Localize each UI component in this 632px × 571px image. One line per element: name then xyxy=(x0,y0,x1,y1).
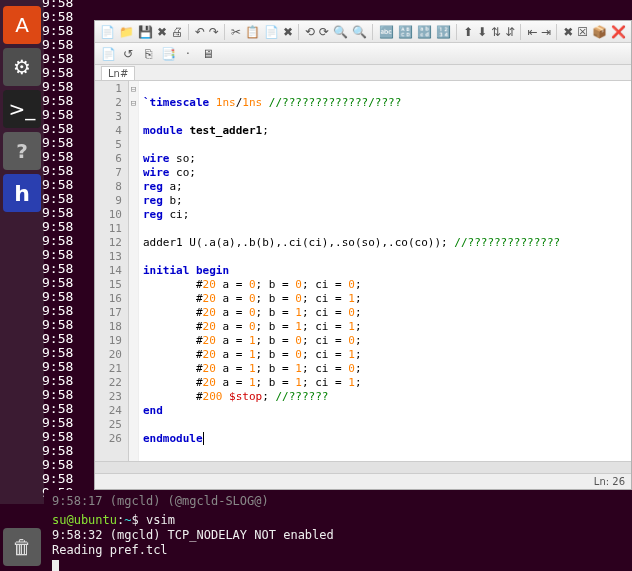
code-line[interactable]: #20 a = 0; b = 1; ci = 1; xyxy=(143,320,631,334)
code-line[interactable]: reg ci; xyxy=(143,208,631,222)
toolbar-button[interactable]: ⎘ xyxy=(139,45,157,63)
code-line[interactable] xyxy=(143,250,631,264)
code-line[interactable]: #200 $stop; //?????? xyxy=(143,390,631,404)
code-line[interactable]: `timescale 1ns/1ns //?????????????/???? xyxy=(143,96,631,110)
sub-toolbar: 📄↺⎘📑·🖥 xyxy=(95,43,631,65)
toolbar-button[interactable]: ↶ xyxy=(194,23,206,41)
fold-column: ⊟ ⊟ xyxy=(129,81,139,461)
toolbar-button[interactable]: 💾 xyxy=(137,23,154,41)
software-center-icon[interactable]: A xyxy=(3,6,41,44)
editor-statusbar: Ln: 26 xyxy=(95,473,631,489)
code-line[interactable]: #20 a = 0; b = 1; ci = 0; xyxy=(143,306,631,320)
code-line[interactable]: #20 a = 1; b = 0; ci = 1; xyxy=(143,348,631,362)
toolbar-button[interactable]: ⟲ xyxy=(304,23,316,41)
terminal-user: su@ubuntu xyxy=(52,513,117,527)
terminal-prompt-line: su@ubuntu:~$ vsim xyxy=(52,513,624,528)
editor-body: 1 2 3 4 5 6 7 8 9 10 11 12 13 14 15 16 1… xyxy=(95,81,631,461)
toolbar-separator xyxy=(224,24,226,40)
code-line[interactable]: reg a; xyxy=(143,180,631,194)
toolbar-button[interactable]: ↷ xyxy=(208,23,220,41)
toolbar-button[interactable]: ⇅ xyxy=(490,23,502,41)
help-icon[interactable]: ? xyxy=(3,132,41,170)
terminal-cursor-icon xyxy=(52,560,59,571)
code-line[interactable] xyxy=(143,110,631,124)
toolbar-button[interactable]: 🖥 xyxy=(199,45,217,63)
toolbar-button[interactable]: 🖨 xyxy=(170,23,184,41)
toolbar-button[interactable]: 📋 xyxy=(244,23,261,41)
status-line-col: Ln: 26 xyxy=(594,476,625,487)
toolbar-button[interactable]: 🔡 xyxy=(416,23,433,41)
code-line[interactable]: #20 a = 0; b = 0; ci = 1; xyxy=(143,292,631,306)
main-toolbar: 📄📁💾✖🖨↶↷✂📋📄✖⟲⟳🔍🔍🔤🔠🔡🔢⬆⬇⇅⇵⇤⇥✖☒📦❌ xyxy=(95,21,631,43)
toolbar-button[interactable]: 📑 xyxy=(159,45,177,63)
toolbar-button[interactable]: ✂ xyxy=(230,23,242,41)
clock-strip: 9:58 9:58 9:58 9:58 9:58 9:58 9:58 9:58 … xyxy=(42,0,94,500)
code-line[interactable] xyxy=(143,418,631,432)
tab-line-number[interactable]: Ln# xyxy=(101,66,135,80)
toolbar-button[interactable]: 🔢 xyxy=(435,23,452,41)
terminal-path: ~ xyxy=(124,513,131,527)
editor-app-icon[interactable]: h xyxy=(3,174,41,212)
terminal-output-line: Reading pref.tcl xyxy=(52,543,624,558)
code-line[interactable]: endmodule xyxy=(143,432,631,446)
launcher: A⚙>_?h xyxy=(0,0,44,504)
toolbar-button[interactable]: ✖ xyxy=(282,23,294,41)
toolbar-separator xyxy=(556,24,558,40)
toolbar-separator xyxy=(298,24,300,40)
toolbar-button[interactable]: 🔤 xyxy=(378,23,395,41)
code-line[interactable]: #20 a = 1; b = 1; ci = 0; xyxy=(143,362,631,376)
code-line[interactable]: module test_adder1; xyxy=(143,124,631,138)
code-line[interactable]: reg b; xyxy=(143,194,631,208)
toolbar-button[interactable]: ❌ xyxy=(610,23,627,41)
toolbar-button[interactable]: ⬇ xyxy=(476,23,488,41)
terminal-cursor-line xyxy=(52,558,624,571)
toolbar-button[interactable]: ✖ xyxy=(562,23,574,41)
editor-window: 📄📁💾✖🖨↶↷✂📋📄✖⟲⟳🔍🔍🔤🔠🔡🔢⬆⬇⇅⇵⇤⇥✖☒📦❌ 📄↺⎘📑·🖥 Ln#… xyxy=(94,20,632,490)
toolbar-separator xyxy=(372,24,374,40)
toolbar-button[interactable]: 🔍 xyxy=(332,23,349,41)
horizontal-scrollbar[interactable] xyxy=(95,461,631,473)
toolbar-button[interactable]: ✖ xyxy=(156,23,168,41)
code-line[interactable] xyxy=(143,82,631,96)
toolbar-button[interactable]: 📄 xyxy=(99,23,116,41)
code-line[interactable]: wire co; xyxy=(143,166,631,180)
code-line[interactable] xyxy=(143,138,631,152)
toolbar-separator xyxy=(456,24,458,40)
code-line[interactable] xyxy=(143,222,631,236)
toolbar-button[interactable]: ⇵ xyxy=(504,23,516,41)
toolbar-button[interactable]: · xyxy=(179,45,197,63)
terminal-command: vsim xyxy=(146,513,175,527)
toolbar-button[interactable]: ☒ xyxy=(576,23,589,41)
gutter: 1 2 3 4 5 6 7 8 9 10 11 12 13 14 15 16 1… xyxy=(95,81,129,461)
toolbar-button[interactable]: ⟳ xyxy=(318,23,330,41)
tabs-row: Ln# xyxy=(95,65,631,81)
toolbar-button[interactable]: ⇤ xyxy=(526,23,538,41)
code-line[interactable]: #20 a = 0; b = 0; ci = 0; xyxy=(143,278,631,292)
toolbar-button[interactable]: 📦 xyxy=(591,23,608,41)
code-line[interactable]: #20 a = 1; b = 1; ci = 1; xyxy=(143,376,631,390)
toolbar-button[interactable]: 🔍 xyxy=(351,23,368,41)
toolbar-button[interactable]: 📄 xyxy=(99,45,117,63)
toolbar-button[interactable]: ⇥ xyxy=(540,23,552,41)
toolbar-button[interactable]: 🔠 xyxy=(397,23,414,41)
toolbar-button[interactable]: 📄 xyxy=(263,23,280,41)
toolbar-separator xyxy=(188,24,190,40)
terminal-output-line: 9:58:32 (mgcld) TCP_NODELAY NOT enabled xyxy=(52,528,624,543)
toolbar-button[interactable]: ↺ xyxy=(119,45,137,63)
code-line[interactable]: end xyxy=(143,404,631,418)
terminal-dim-line: 9:58:17 (mgcld) (@mgcld-SLOG@) xyxy=(52,494,624,509)
toolbar-button[interactable]: 📁 xyxy=(118,23,135,41)
settings-icon[interactable]: ⚙ xyxy=(3,48,41,86)
terminal-icon[interactable]: >_ xyxy=(3,90,41,128)
code-line[interactable]: adder1 U(.a(a),.b(b),.ci(ci),.so(so),.co… xyxy=(143,236,631,250)
code-line[interactable]: initial begin xyxy=(143,264,631,278)
code-line[interactable]: wire so; xyxy=(143,152,631,166)
terminal[interactable]: 9:58:17 (mgcld) (@mgcld-SLOG@) su@ubuntu… xyxy=(44,490,632,571)
trash-icon[interactable]: 🗑 xyxy=(3,528,41,566)
code-area[interactable]: `timescale 1ns/1ns //?????????????/???? … xyxy=(139,81,631,461)
toolbar-separator xyxy=(520,24,522,40)
toolbar-button[interactable]: ⬆ xyxy=(462,23,474,41)
code-line[interactable]: #20 a = 1; b = 0; ci = 0; xyxy=(143,334,631,348)
